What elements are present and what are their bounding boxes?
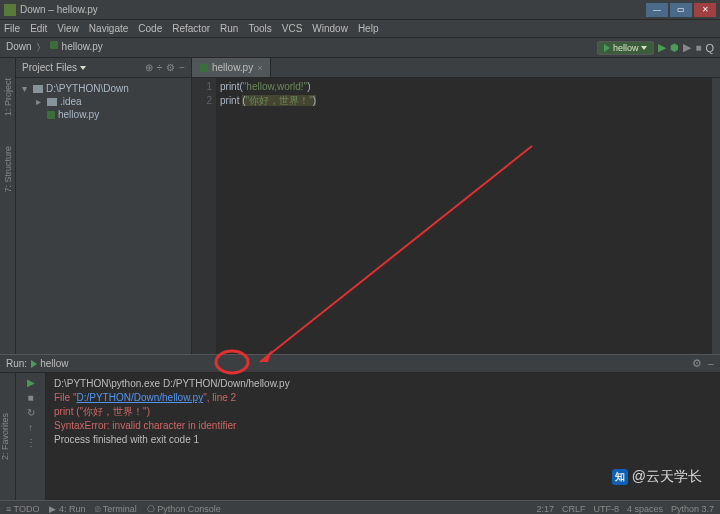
statusbar: ≡ TODO ▶ 4: Run ⎚ Terminal ⎔ Python Cons…	[0, 500, 720, 514]
hide-panel-icon[interactable]: −	[179, 62, 185, 73]
collapse-icon[interactable]: ÷	[157, 62, 163, 73]
run-button[interactable]: ▶	[658, 41, 666, 54]
console-line: print ("你好，世界！")	[54, 405, 712, 419]
status-tab-pyconsole[interactable]: ⎔ Python Console	[147, 504, 221, 514]
project-panel-title[interactable]: Project Files	[22, 62, 77, 73]
python-file-icon	[50, 41, 58, 49]
sidetab-favorites[interactable]: 2: Favorites	[0, 413, 10, 460]
status-tab-terminal[interactable]: ⎚ Terminal	[95, 504, 136, 514]
editor-tab-label: hellow.py	[212, 62, 253, 73]
run-title-prefix: Run:	[6, 358, 27, 369]
indent[interactable]: 4 spaces	[627, 504, 663, 514]
run-config-name: hellow	[613, 43, 639, 53]
minimize-button[interactable]: —	[646, 3, 668, 17]
maximize-button[interactable]: ▭	[670, 3, 692, 17]
menu-refactor[interactable]: Refactor	[172, 23, 210, 34]
sidetab-project[interactable]: 1: Project	[3, 78, 13, 116]
menu-tools[interactable]: Tools	[248, 23, 271, 34]
debug-button[interactable]: ⬢	[670, 42, 679, 53]
status-tab-todo[interactable]: ≡ TODO	[6, 504, 39, 514]
menu-navigate[interactable]: Navigate	[89, 23, 128, 34]
tree-item-idea[interactable]: ▸ .idea	[22, 95, 185, 108]
editor-tab[interactable]: hellow.py ×	[192, 58, 271, 77]
run-toolbar: ▶ ■ ↻ ↑ ⋮	[16, 373, 46, 500]
menu-code[interactable]: Code	[138, 23, 162, 34]
breadcrumb-file[interactable]: hellow.py	[62, 41, 103, 55]
search-button[interactable]: Q	[705, 42, 714, 54]
window-title: Down – hellow.py	[20, 4, 646, 15]
project-panel: Project Files ⊕ ÷ ⚙ − ▾ D:\PYTHON\Down ▸…	[16, 58, 192, 354]
menu-view[interactable]: View	[57, 23, 79, 34]
project-tree: ▾ D:\PYTHON\Down ▸ .idea ▸ hellow.py	[16, 78, 191, 125]
breadcrumb-root[interactable]: Down	[6, 41, 32, 55]
app-icon	[4, 4, 16, 16]
file-link[interactable]: D:/PYTHON/Down/hellow.py	[76, 392, 203, 403]
menubar: File Edit View Navigate Code Refactor Ru…	[0, 20, 720, 38]
run-title-name: hellow	[40, 358, 68, 369]
sidetab-structure[interactable]: 7: Structure	[3, 146, 13, 193]
editor-area: hellow.py × 1 2 print("hellow,world!") p…	[192, 58, 720, 354]
line-number: 2	[192, 94, 212, 108]
fold-icon[interactable]: ▾	[22, 83, 30, 94]
up-button[interactable]: ↑	[28, 422, 33, 433]
project-panel-header: Project Files ⊕ ÷ ⚙ −	[16, 58, 191, 78]
locate-icon[interactable]: ⊕	[145, 62, 153, 73]
stop-run-button[interactable]: ■	[27, 392, 33, 403]
menu-edit[interactable]: Edit	[30, 23, 47, 34]
menu-vcs[interactable]: VCS	[282, 23, 303, 34]
fold-icon[interactable]: ▸	[36, 96, 44, 107]
chevron-down-icon[interactable]	[80, 66, 86, 70]
run-panel-header: Run: hellow ⚙ −	[0, 355, 720, 373]
menu-run[interactable]: Run	[220, 23, 238, 34]
close-button[interactable]: ✕	[694, 3, 716, 17]
hide-panel-icon[interactable]: −	[708, 358, 714, 370]
gear-icon[interactable]: ⚙	[166, 62, 175, 73]
more-button[interactable]: ⋮	[26, 437, 36, 448]
folder-icon	[47, 98, 57, 106]
code-area[interactable]: print("hellow,world!") print ("你好，世界！")	[216, 78, 712, 354]
line-gutter: 1 2	[192, 78, 216, 354]
play-icon	[31, 360, 37, 368]
run-config-dropdown[interactable]: hellow	[597, 41, 655, 55]
python-file-icon	[200, 64, 208, 72]
close-tab-icon[interactable]: ×	[257, 63, 262, 73]
line-number: 1	[192, 80, 212, 94]
menu-help[interactable]: Help	[358, 23, 379, 34]
tree-root[interactable]: ▾ D:\PYTHON\Down	[22, 82, 185, 95]
chevron-down-icon	[641, 46, 647, 50]
console-line: D:\PYTHON\python.exe D:/PYTHON/Down/hell…	[54, 377, 712, 391]
favorites-gutter: 2: Favorites	[0, 373, 16, 500]
python-file-icon	[47, 111, 55, 119]
play-icon	[604, 44, 610, 52]
editor-scrollbar[interactable]	[712, 78, 720, 354]
watermark-text: @云天学长	[632, 468, 702, 486]
console-line: File "D:/PYTHON/Down/hellow.py", line 2	[54, 391, 712, 405]
code-line[interactable]: print("hellow,world!")	[220, 80, 708, 94]
tree-item-label: .idea	[60, 96, 82, 107]
tree-root-label: D:\PYTHON\Down	[46, 83, 129, 94]
toolbar: Down 〉 hellow.py hellow ▶ ⬢ ▶ ■ Q	[0, 38, 720, 58]
cursor-position[interactable]: 2:17	[536, 504, 554, 514]
encoding[interactable]: UTF-8	[593, 504, 619, 514]
restart-button[interactable]: ↻	[27, 407, 35, 418]
breadcrumb-sep: 〉	[36, 41, 46, 55]
rerun-button[interactable]: ▶	[27, 377, 35, 388]
interpreter[interactable]: Python 3.7	[671, 504, 714, 514]
editor-tabs: hellow.py ×	[192, 58, 720, 78]
stop-button[interactable]: ■	[695, 42, 701, 53]
menu-file[interactable]: File	[4, 23, 20, 34]
run-more-button[interactable]: ▶	[683, 41, 691, 54]
status-tab-run[interactable]: ▶ 4: Run	[49, 504, 85, 514]
folder-icon	[33, 85, 43, 93]
console-line: SyntaxError: invalid character in identi…	[54, 419, 712, 433]
main-area: 1: Project 7: Structure Project Files ⊕ …	[0, 58, 720, 354]
window-controls: — ▭ ✕	[646, 3, 716, 17]
code-line[interactable]: print ("你好，世界！")	[220, 94, 708, 108]
left-gutter: 1: Project 7: Structure	[0, 58, 16, 354]
menu-window[interactable]: Window	[312, 23, 348, 34]
gear-icon[interactable]: ⚙	[692, 357, 702, 370]
editor-body[interactable]: 1 2 print("hellow,world!") print ("你好，世界…	[192, 78, 720, 354]
console-line: Process finished with exit code 1	[54, 433, 712, 447]
tree-item-hellow[interactable]: ▸ hellow.py	[22, 108, 185, 121]
line-ending[interactable]: CRLF	[562, 504, 586, 514]
